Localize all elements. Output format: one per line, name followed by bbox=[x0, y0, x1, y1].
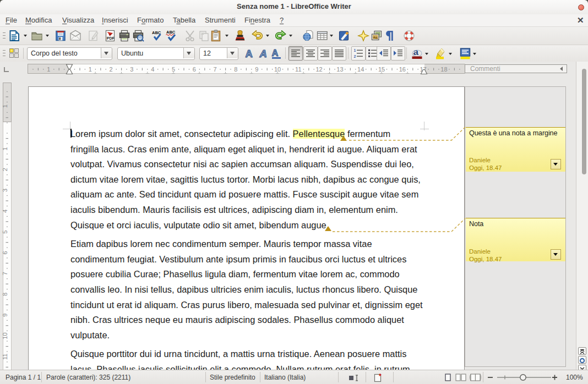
svg-text:6: 6 bbox=[193, 66, 196, 73]
svg-text:5: 5 bbox=[172, 66, 175, 73]
svg-text:11: 11 bbox=[2, 354, 8, 360]
svg-text:8: 8 bbox=[234, 66, 237, 73]
svg-text:1: 1 bbox=[354, 48, 356, 52]
svg-text:2: 2 bbox=[2, 168, 8, 171]
svg-text:PDF: PDF bbox=[107, 36, 115, 40]
svg-text:10: 10 bbox=[2, 332, 8, 339]
svg-text:11: 11 bbox=[295, 66, 301, 73]
svg-text:1: 1 bbox=[2, 147, 8, 150]
svg-text:ABC: ABC bbox=[166, 30, 176, 35]
svg-text:14: 14 bbox=[357, 66, 364, 73]
svg-text:16: 16 bbox=[399, 66, 406, 73]
svg-text:7: 7 bbox=[2, 272, 8, 275]
svg-text:13: 13 bbox=[336, 66, 343, 73]
svg-text:*: * bbox=[379, 374, 382, 380]
svg-text:8: 8 bbox=[2, 293, 8, 296]
svg-text:18: 18 bbox=[440, 66, 447, 73]
svg-text:3: 3 bbox=[2, 189, 8, 192]
svg-text:1: 1 bbox=[47, 66, 50, 73]
svg-text:9: 9 bbox=[255, 66, 258, 73]
svg-text:2: 2 bbox=[354, 54, 356, 58]
svg-text:1: 1 bbox=[89, 66, 92, 73]
svg-text:4: 4 bbox=[151, 66, 154, 73]
svg-text:7: 7 bbox=[214, 66, 217, 73]
svg-text:A: A bbox=[259, 48, 267, 59]
svg-text:6: 6 bbox=[2, 251, 8, 254]
svg-text:15: 15 bbox=[378, 66, 385, 73]
svg-text:3: 3 bbox=[130, 66, 133, 73]
svg-text:4: 4 bbox=[2, 210, 8, 213]
svg-text:A: A bbox=[246, 48, 253, 59]
svg-text:10: 10 bbox=[274, 66, 281, 73]
svg-text:2: 2 bbox=[110, 66, 113, 73]
svg-text:1: 1 bbox=[2, 105, 8, 108]
svg-text:5: 5 bbox=[2, 231, 8, 234]
svg-text:9: 9 bbox=[2, 314, 8, 317]
svg-text:A: A bbox=[272, 48, 279, 58]
svg-text:12: 12 bbox=[315, 66, 322, 73]
